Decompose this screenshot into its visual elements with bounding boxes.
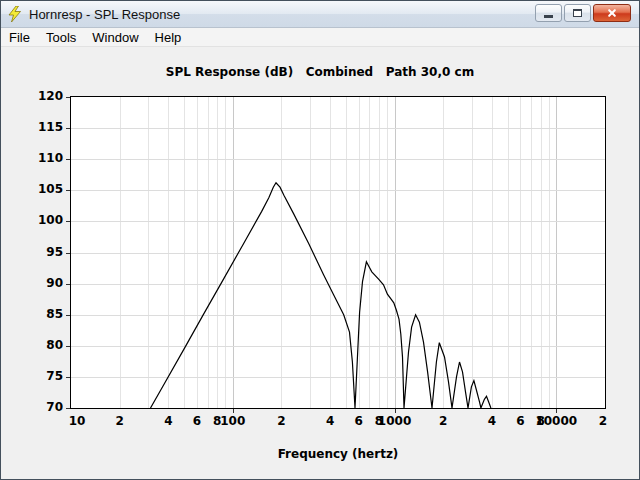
x-axis-tick-label: 4 [164, 414, 172, 428]
x-axis-tick [556, 409, 557, 413]
x-axis-tick-label: 1000 [378, 414, 411, 428]
menu-item-help[interactable]: Help [147, 29, 190, 46]
y-axis-tick [66, 377, 70, 378]
y-axis-tick [66, 315, 70, 316]
menu-item-tools[interactable]: Tools [38, 29, 84, 46]
y-axis-tick [66, 159, 70, 160]
maximize-icon [573, 9, 582, 17]
x-axis-tick-label: 10 [69, 414, 86, 428]
x-axis-tick-label: 4 [326, 414, 334, 428]
y-axis-tick-label: 85 [19, 307, 63, 321]
x-axis-tick-label: 6 [193, 414, 201, 428]
x-axis-tick-label: 2 [277, 414, 285, 428]
menu-item-file[interactable]: File [1, 29, 38, 46]
chart-area: SPL Response (dB) Combined Path 30,0 cm … [1, 47, 639, 479]
x-axis-tick-label: 4 [488, 414, 496, 428]
y-axis-tick-label: 75 [19, 369, 63, 383]
y-axis-tick [66, 346, 70, 347]
hornresp-window: Hornresp - SPL Response FileToolsWindowH… [0, 0, 640, 480]
y-axis-tick [66, 408, 70, 409]
minimize-button[interactable] [535, 4, 562, 22]
y-axis-tick-label: 115 [19, 120, 63, 134]
y-axis-tick-label: 120 [19, 89, 63, 103]
x-axis-tick [233, 409, 234, 413]
close-button[interactable] [593, 4, 631, 22]
y-axis-tick-label: 95 [19, 245, 63, 259]
title-bar[interactable]: Hornresp - SPL Response [1, 1, 639, 28]
y-axis-tick-label: 70 [19, 400, 63, 414]
window-controls [533, 4, 631, 22]
y-axis-tick-label: 80 [19, 338, 63, 352]
y-axis-tick [66, 284, 70, 285]
x-axis-tick-label: 2 [599, 414, 607, 428]
y-axis-tick-label: 90 [19, 276, 63, 290]
y-axis-tick-label: 105 [19, 182, 63, 196]
x-axis-tick-label: 10000 [535, 414, 577, 428]
window-title: Hornresp - SPL Response [29, 7, 180, 22]
x-axis-tick-label: 6 [516, 414, 524, 428]
y-axis-tick [66, 128, 70, 129]
menu-bar: FileToolsWindowHelp [1, 28, 639, 47]
x-axis-tick-label: 2 [116, 414, 124, 428]
y-axis-tick [66, 221, 70, 222]
x-axis-tick-label: 100 [220, 414, 245, 428]
y-axis-tick [66, 190, 70, 191]
plot-frame [70, 96, 606, 409]
close-icon [606, 7, 618, 19]
minimize-icon [544, 15, 553, 18]
x-axis-tick-label: 6 [354, 414, 362, 428]
menu-item-window[interactable]: Window [84, 29, 146, 46]
lightning-bolt-icon [7, 6, 23, 22]
y-axis-tick-label: 110 [19, 151, 63, 165]
spl-curve-plot [71, 97, 605, 408]
maximize-button[interactable] [564, 4, 591, 22]
y-axis-tick [66, 253, 70, 254]
x-axis-label: Frequency (hertz) [238, 447, 438, 461]
chart-title: SPL Response (dB) Combined Path 30,0 cm [1, 65, 639, 79]
y-axis-tick-label: 100 [19, 213, 63, 227]
y-axis-tick [66, 97, 70, 98]
x-axis-tick [395, 409, 396, 413]
x-axis-tick-label: 2 [439, 414, 447, 428]
